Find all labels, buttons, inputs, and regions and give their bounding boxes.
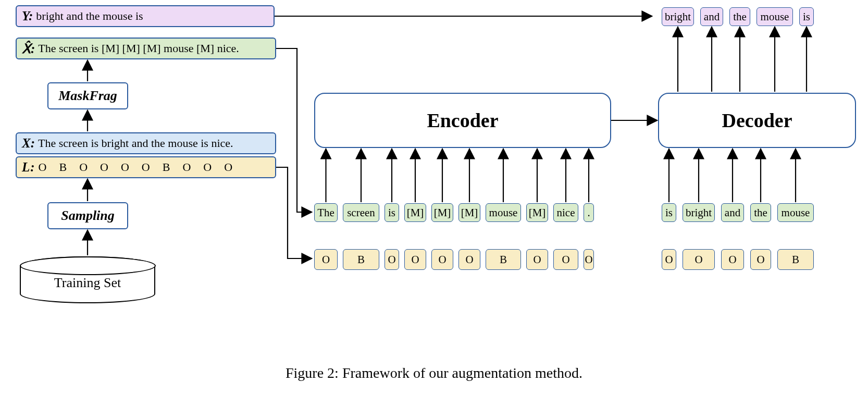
encoder-tag: O	[404, 249, 426, 270]
encoder-token: [M]	[526, 203, 548, 222]
l-prefix: L	[22, 160, 30, 174]
decoder-input-tag: O	[750, 249, 771, 270]
decoder-input-tag: B	[777, 249, 814, 270]
decoder-output-token: bright	[662, 7, 694, 26]
y-text: bright and the mouse is	[36, 9, 143, 23]
l-text: O B O O O O B O O O	[39, 161, 233, 174]
decoder-output-token: the	[729, 7, 750, 26]
encoder-tag: O	[314, 249, 338, 270]
decoder-output-token: mouse	[757, 7, 793, 26]
decoder-block: Decoder	[658, 93, 856, 148]
decoder-input-token: mouse	[777, 203, 814, 222]
encoder-token: nice	[553, 203, 578, 222]
decoder-output-token: is	[799, 7, 814, 26]
encoder-tag: B	[343, 249, 379, 270]
encoder-tag: B	[486, 249, 521, 270]
encoder-token: .	[584, 203, 594, 222]
decoder-input-tag: O	[683, 249, 715, 270]
decoder-input-token: bright	[683, 203, 715, 222]
encoder-token: The	[314, 203, 338, 222]
xhat-text: The screen is [M] [M] [M] mouse [M] nice…	[38, 42, 239, 55]
xhat-row: X̂: The screen is [M] [M] [M] mouse [M] …	[16, 38, 276, 59]
x-text: The screen is bright and the mouse is ni…	[38, 137, 233, 150]
encoder-token: [M]	[458, 203, 480, 222]
sampling-block: Sampling	[47, 202, 128, 229]
figure-caption: Figure 2: Framework of our augmentation …	[0, 365, 868, 381]
decoder-input-token: is	[662, 203, 676, 222]
encoder-tag: O	[458, 249, 480, 270]
y-prefix: Y	[22, 9, 29, 23]
maskfrag-block: MaskFrag	[47, 82, 128, 109]
l-row: L: O B O O O O B O O O	[16, 156, 276, 178]
encoder-tag: O	[431, 249, 453, 270]
decoder-input-tag: O	[662, 249, 676, 270]
xhat-prefix: X̂	[22, 42, 31, 56]
encoder-tag: O	[526, 249, 548, 270]
encoder-block: Encoder	[314, 93, 611, 148]
encoder-token: screen	[343, 203, 379, 222]
encoder-token: mouse	[486, 203, 521, 222]
encoder-token: [M]	[431, 203, 453, 222]
decoder-input-token: and	[721, 203, 744, 222]
encoder-tag: O	[385, 249, 399, 270]
decoder-input-token: the	[750, 203, 771, 222]
encoder-token: [M]	[404, 203, 426, 222]
x-row: X: The screen is bright and the mouse is…	[16, 132, 276, 154]
decoder-output-token: and	[700, 7, 723, 26]
x-prefix: X	[22, 136, 31, 150]
training-set-cylinder: Training Set	[20, 256, 155, 303]
encoder-token: is	[385, 203, 399, 222]
encoder-tag: O	[553, 249, 578, 270]
encoder-tag: O	[584, 249, 594, 270]
y-row: Y: bright and the mouse is	[16, 5, 275, 27]
decoder-input-tag: O	[721, 249, 744, 270]
